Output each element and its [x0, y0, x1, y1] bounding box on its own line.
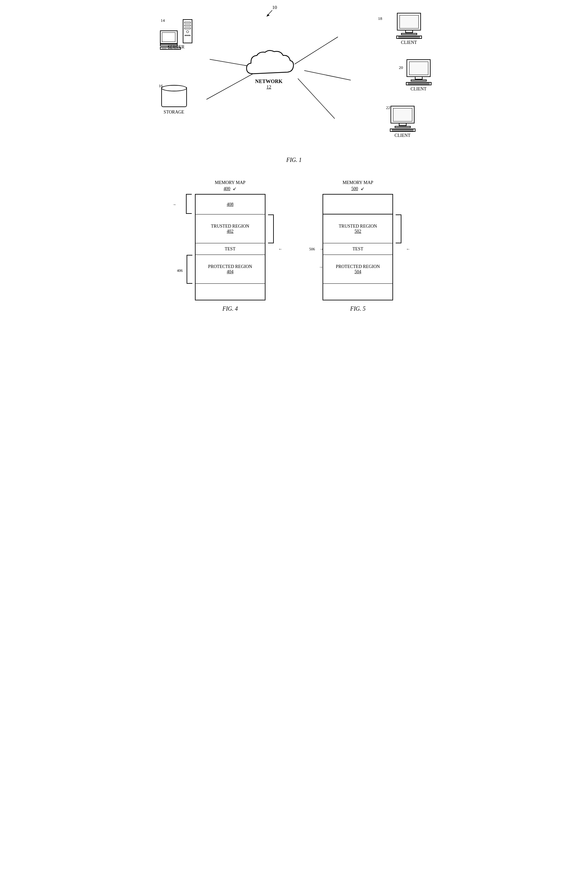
- fig5-506-label: 506: [309, 247, 315, 251]
- svg-text:20: 20: [399, 65, 403, 70]
- fig4-406-label: 406: [177, 268, 183, 273]
- fig4-protected-ref: 404: [226, 269, 233, 274]
- fig5-top-row: [323, 195, 392, 214]
- fig5-trusted-ref: 502: [355, 229, 362, 234]
- fig4-row408-ref: 408: [226, 202, 233, 207]
- fig4-map-title: MEMORY MAP: [215, 180, 246, 185]
- svg-line-6: [304, 70, 351, 80]
- fig5-test-row: 506 → ← TEST: [323, 243, 392, 255]
- fig4-trusted-ref: 402: [226, 229, 233, 234]
- fig5-memory-map: MEMORY MAP 500 ↙ TRUSTED REGION 502: [322, 180, 393, 312]
- network-ref: 12: [243, 84, 295, 90]
- svg-line-5: [295, 37, 338, 64]
- svg-line-1: [267, 10, 272, 15]
- fig4-memory-map: MEMORY MAP 400 ↙ → 408 TRUSTED REGION 40…: [195, 180, 266, 312]
- fig4-test-label: TEST: [225, 247, 236, 252]
- client-group-3: CLIENT: [390, 106, 416, 138]
- fig4-bottom-row: [196, 284, 265, 300]
- fig5-map-ref: 500: [351, 186, 358, 192]
- svg-marker-2: [266, 14, 270, 16]
- cloud-icon: [243, 50, 295, 79]
- fig5-test-right-arrow: ←: [406, 247, 410, 252]
- fig4-map-ref: 400: [224, 186, 230, 192]
- storage-group: STORAGE: [160, 83, 188, 115]
- fig5-test-label: TEST: [352, 247, 363, 252]
- fig5-trusted-bracket: [396, 214, 401, 243]
- svg-text:10: 10: [272, 5, 277, 10]
- fig4-protected-label: PROTECTED REGION: [208, 264, 252, 269]
- network-label: NETWORK: [243, 79, 295, 84]
- fig4-bracket-408: [186, 194, 192, 214]
- fig5-test-left-arrow: →: [320, 247, 324, 252]
- fig4-trusted-region: TRUSTED REGION 402: [196, 214, 265, 243]
- fig5-caption: FIG. 5: [350, 306, 366, 312]
- fig4-test-arrow: ←: [278, 247, 282, 252]
- client2-label: CLIENT: [406, 87, 432, 92]
- fig4-map-box: 408 TRUSTED REGION 402 ← TEST: [195, 194, 266, 300]
- fig5-map-arrow: ↙: [361, 186, 364, 192]
- client-group-2: CLIENT: [406, 59, 432, 92]
- fig4-caption: FIG. 4: [222, 306, 238, 312]
- server-group: SERVER: [160, 19, 192, 50]
- fig1-container: 10 14 16 18 20 22: [147, 0, 441, 167]
- fig5-trusted-label: TRUSTED REGION: [339, 224, 377, 229]
- fig4-protected-region: 406 PROTECTED REGION 404: [196, 255, 265, 284]
- fig4-trusted-bracket: [268, 214, 274, 243]
- client-group-1: CLIENT: [396, 13, 422, 45]
- fig5-trusted-region: TRUSTED REGION 502: [323, 214, 392, 243]
- fig5-protected-arrow: →: [319, 264, 323, 270]
- fig4-map-arrow: ↙: [233, 186, 237, 192]
- svg-text:18: 18: [378, 16, 382, 21]
- fig5-map-box: TRUSTED REGION 502 506 → ← TEST → PROTEC…: [322, 194, 393, 300]
- fig5-bottom-row: [323, 284, 392, 300]
- client1-label: CLIENT: [396, 40, 422, 45]
- fig4-test-row: ← TEST: [196, 243, 265, 255]
- fig4-408-ref-label: →: [172, 202, 176, 207]
- fig5-protected-label: PROTECTED REGION: [336, 264, 380, 269]
- fig1-caption: FIG. 1: [286, 154, 302, 163]
- fig4-protected-bracket: [187, 255, 192, 284]
- server-icon: [160, 19, 192, 43]
- figs-bottom-row: MEMORY MAP 400 ↙ → 408 TRUSTED REGION 40…: [147, 167, 441, 325]
- storage-label: STORAGE: [160, 109, 188, 115]
- fig4-trusted-label: TRUSTED REGION: [211, 224, 249, 229]
- client3-label: CLIENT: [390, 133, 416, 138]
- fig4-row-408: 408: [196, 195, 265, 214]
- svg-line-7: [298, 79, 335, 118]
- client2-icon: [406, 59, 432, 85]
- client1-icon: [396, 13, 422, 39]
- fig5-protected-ref: 504: [355, 269, 362, 274]
- fig5-map-title: MEMORY MAP: [342, 180, 373, 185]
- client3-icon: [390, 106, 416, 132]
- fig5-protected-region: → PROTECTED REGION 504: [323, 255, 392, 284]
- network-group: NETWORK 12: [243, 50, 295, 90]
